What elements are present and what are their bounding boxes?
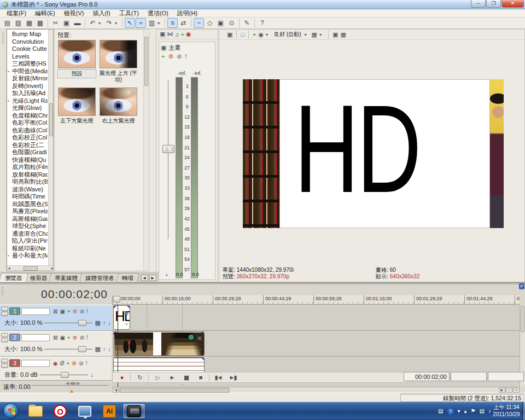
solo-icon[interactable]: ! <box>86 335 88 341</box>
mixer-properties-icon[interactable]: ▣ <box>160 31 165 38</box>
taskbar-display-settings-button[interactable] <box>73 403 96 419</box>
tray-expand-icon[interactable]: ▴ <box>464 408 467 414</box>
menu-item[interactable]: 檢視(V) <box>60 9 89 17</box>
track-minimize-buttons[interactable] <box>1 359 8 368</box>
envelope-tool-icon[interactable]: ≈ <box>136 18 146 28</box>
plugin-list-item[interactable]: 色彩校正(Col <box>7 134 48 142</box>
dock-tab[interactable]: 瀏覽器 <box>0 273 28 282</box>
timeline-event-video-clip[interactable]: ▣ + <box>113 331 205 356</box>
plugin-list-item[interactable]: Levels <box>7 53 48 61</box>
selection-start-box[interactable] <box>451 372 487 381</box>
plugin-list-item[interactable]: 反轉(Invert) <box>7 83 48 90</box>
plugin-list-item[interactable]: 高斯模糊(Gau <box>7 215 48 223</box>
plugin-list-item[interactable]: 色度模糊(Chr <box>7 112 48 120</box>
plugin-list-item[interactable]: ▪ 光線(Light Ra <box>7 97 48 105</box>
overlay-dropdown-icon[interactable]: ▾ <box>266 32 271 37</box>
scroll-right-icon[interactable]: ► <box>50 266 54 270</box>
bypass-motion-blur-icon[interactable]: ⊠ <box>53 308 57 314</box>
preset-caption[interactable]: 聚光燈 上方 (平坦) <box>99 69 138 84</box>
loop-playback-button[interactable]: ↻ <box>134 374 145 381</box>
save-snapshot-icon[interactable]: ▦ <box>340 31 346 38</box>
menu-item[interactable]: 選項(O) <box>143 9 173 17</box>
split-screen-icon[interactable]: + <box>253 31 256 38</box>
tray-keyboard-icon[interactable]: ▤ <box>438 408 443 414</box>
bypass-motion-blur-icon[interactable]: ⊠ <box>53 335 57 341</box>
snapping-icon[interactable]: ≡ <box>167 18 178 28</box>
undo-dropdown-icon[interactable]: ▾ <box>98 21 103 26</box>
event-pan-crop-icon[interactable]: ▣ <box>124 310 129 316</box>
menu-item[interactable]: 工具(T) <box>115 9 143 17</box>
scroll-right-icon[interactable]: ► <box>499 388 505 393</box>
taskbar-vegas-button[interactable] <box>122 403 145 419</box>
tray-help-icon[interactable]: ? <box>447 408 454 415</box>
level-slider[interactable] <box>44 346 92 352</box>
track-header-1[interactable]: 1 ⊠ ▣ + ⚙ ⊘ ! 大小: 100.0 % ▩ ↑ ↓ <box>0 305 112 331</box>
track-number-badge[interactable]: 1 <box>9 307 20 315</box>
taskbar-opera-button[interactable]: O <box>49 403 72 419</box>
plugin-list-vertical-scrollbar[interactable] <box>48 30 53 266</box>
track-name-field[interactable] <box>21 308 50 315</box>
plugin-list-item[interactable]: 時間碼(Time <box>7 193 48 201</box>
volume-slider[interactable] <box>40 372 88 378</box>
lock-envelopes-icon[interactable]: ~ <box>194 18 204 28</box>
insert-fx-icon[interactable]: + <box>181 31 184 38</box>
preset-thumbnail-spotlight-upper-right[interactable] <box>100 88 137 116</box>
solo-icon[interactable]: ! <box>86 360 88 366</box>
plugin-list-item[interactable]: 明亮和對比(B <box>7 178 48 186</box>
master-fx-icon[interactable]: + <box>161 53 165 60</box>
mute-icon[interactable]: ⊘ <box>80 308 84 314</box>
automation-icon[interactable]: ⚙ <box>73 308 78 314</box>
plugin-list-item[interactable]: ▪ 最小和最大(M <box>7 252 48 260</box>
plugin-list-horizontal-scrollbar[interactable]: ◄ ► <box>7 265 54 271</box>
plugin-list-item[interactable]: 放射模糊(Rad <box>7 171 48 179</box>
preset-caption[interactable]: 右上方聚光燈 <box>99 117 138 125</box>
dock-tab[interactable]: 專案媒體 <box>49 273 84 282</box>
track-name-field[interactable] <box>21 334 50 341</box>
normal-edit-tool-icon[interactable]: ↖ <box>125 18 135 28</box>
overlay-icon[interactable]: ◉ <box>259 31 264 38</box>
preview-properties-icon[interactable]: ▣ <box>227 31 232 38</box>
plugin-list-item[interactable]: 光輝(Glow) <box>7 104 48 112</box>
taskbar-illustrator-button[interactable]: Ai <box>98 403 121 419</box>
play-button[interactable]: ► <box>166 374 177 381</box>
track-row-1[interactable] <box>112 305 520 331</box>
network-icon[interactable]: ▤ <box>480 408 485 414</box>
plugin-list-item[interactable]: 色彩曲線(Col <box>7 127 48 135</box>
timeline-horizontal-scrollbar[interactable]: ◄ ► − + <box>112 387 520 393</box>
auto-ripple-icon[interactable]: ⇄ <box>178 18 189 28</box>
preset-thumbnail-default[interactable] <box>58 40 96 68</box>
selection-icon[interactable]: ▣ <box>215 18 226 28</box>
go-to-end-button[interactable]: ►▮ <box>227 374 238 381</box>
record-bus-icon[interactable]: ◉ <box>186 31 191 38</box>
event-fx-icon[interactable]: + <box>199 347 202 352</box>
timeline-event-hd-clip[interactable]: HD ▣ + <box>113 305 130 330</box>
tabs-scroll-right-icon[interactable]: ► <box>149 275 156 281</box>
plugin-list-item[interactable]: 波浪(Wave) <box>7 186 48 194</box>
track-fx-icon[interactable]: + <box>67 335 71 341</box>
scrub-control-handle[interactable]: ◄◄►► <box>65 380 80 386</box>
tray-collapse-icon[interactable]: ▾ <box>458 408 460 414</box>
cut-icon[interactable]: ✂ <box>50 18 61 28</box>
child-down-icon[interactable]: ↓ <box>108 319 111 326</box>
paste-icon[interactable]: ▬ <box>72 18 83 28</box>
event-fx-icon[interactable]: + <box>125 322 128 327</box>
record-arm-icon[interactable]: ◉ <box>53 360 58 366</box>
plugin-list-item[interactable]: 加入訊噪(Ad <box>7 90 48 97</box>
plugin-list-item[interactable]: 色彩校正(二 <box>7 142 48 149</box>
lock-fader-icon[interactable]: ▪ <box>166 272 167 278</box>
stop-button[interactable]: ■ <box>195 374 206 381</box>
scroll-left-icon[interactable]: ◄ <box>113 388 119 393</box>
plugin-list-item[interactable]: ▪ 中間值(Media <box>7 68 48 75</box>
start-button[interactable] <box>3 403 19 419</box>
close-button[interactable]: ✕ <box>501 0 524 8</box>
menu-item[interactable]: 說明(H) <box>173 9 202 17</box>
scroll-left-icon[interactable]: ◄ <box>7 266 11 270</box>
track-fx-icon[interactable]: + <box>67 360 70 366</box>
menu-item[interactable]: 檔案(F) <box>2 9 31 17</box>
master-automation-icon[interactable]: ⚙ <box>168 53 173 60</box>
show-desktop-button[interactable] <box>522 402 525 420</box>
zoom-in-icon[interactable]: + <box>513 388 520 393</box>
selection-length-box[interactable] <box>488 372 524 381</box>
new-project-icon[interactable]: ▤ <box>2 18 13 28</box>
copy-icon[interactable]: ▣ <box>61 18 72 28</box>
